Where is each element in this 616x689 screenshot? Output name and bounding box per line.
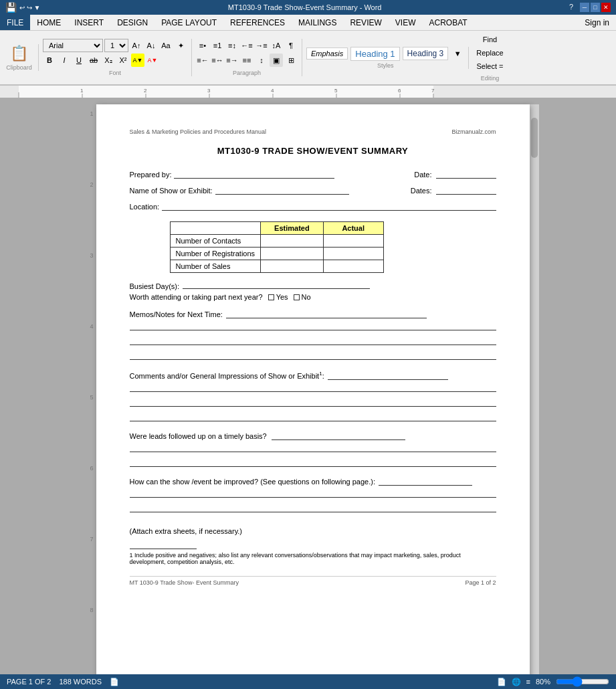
menu-design[interactable]: DESIGN (110, 15, 155, 30)
sort-button[interactable]: ↕A (270, 39, 283, 52)
comments-line-3[interactable] (130, 412, 496, 421)
multilevel-button[interactable]: ≡↕ (225, 39, 239, 52)
menu-file[interactable]: FILE (0, 15, 30, 30)
strikethrough-button[interactable]: ab (87, 54, 100, 67)
footnote-text: 1 Include positive and negatives; also l… (130, 552, 496, 565)
svg-text:3: 3 (207, 88, 211, 94)
shrink-font-button[interactable]: A↓ (144, 39, 158, 52)
find-button[interactable]: Find (473, 33, 506, 45)
style-emphasis[interactable]: Emphasis (306, 47, 348, 60)
scroll-thumb[interactable] (531, 118, 538, 158)
restore-button[interactable]: □ (591, 3, 600, 12)
close-button[interactable]: ✕ (601, 3, 611, 12)
improve-line-2[interactable] (130, 503, 496, 512)
style-heading1[interactable]: Heading 1 (350, 47, 399, 61)
memos-line-2[interactable] (130, 336, 496, 345)
shading-button[interactable]: ▣ (270, 54, 283, 67)
date-line[interactable] (436, 169, 496, 179)
font-label: Font (43, 70, 187, 76)
view-outline-icon[interactable]: ≡ (526, 678, 530, 686)
window-title: MT1030-9 Trade Show-Event Summary - Word (40, 3, 569, 11)
change-case-button[interactable]: Aa (159, 39, 173, 52)
leads-line-2[interactable] (130, 458, 496, 467)
sign-in[interactable]: Sign in (578, 15, 616, 30)
text-highlight-button[interactable]: A▼ (131, 54, 144, 67)
select-button[interactable]: Select = (473, 60, 506, 72)
menu-home[interactable]: HOME (30, 15, 68, 30)
comments-line-2[interactable] (130, 397, 496, 407)
footer-right: Page 1 of 2 (465, 579, 496, 586)
registrations-actual[interactable] (323, 248, 383, 260)
location-line[interactable] (162, 201, 496, 211)
improve-line-1[interactable] (130, 488, 496, 498)
borders-button[interactable]: ⊞ (284, 54, 298, 67)
sales-estimated[interactable] (261, 260, 324, 273)
bullets-button[interactable]: ≡• (196, 39, 209, 52)
prepared-by-label: Prepared by: (130, 171, 172, 179)
memos-line-1[interactable] (130, 321, 496, 330)
menu-references[interactable]: REFERENCES (223, 15, 292, 30)
font-color-button[interactable]: A▼ (146, 54, 159, 67)
menu-mailings[interactable]: MAILINGS (292, 15, 343, 30)
font-name-select[interactable]: Arial (43, 39, 103, 52)
vertical-scrollbar[interactable] (530, 104, 539, 680)
font-size-select[interactable]: 12 (104, 39, 128, 52)
clipboard-label: Clipboard (6, 64, 32, 71)
align-left-button[interactable]: ≡← (196, 54, 209, 67)
leads-line-1[interactable] (130, 443, 496, 452)
registrations-estimated[interactable] (261, 248, 324, 260)
menu-review[interactable]: REVIEW (343, 15, 388, 30)
comments-label: Comments and/or General Impressions of S… (130, 372, 320, 380)
minimize-button[interactable]: ─ (580, 3, 589, 12)
memos-line-3[interactable] (130, 351, 496, 360)
menu-insert[interactable]: INSERT (68, 15, 110, 30)
view-print-icon[interactable]: 📄 (497, 678, 506, 686)
title-bar: 💾 ↩ ↪ ▼ MT1030-9 Trade Show-Event Summar… (0, 0, 616, 15)
clear-format-button[interactable]: ✦ (174, 39, 187, 52)
grow-font-button[interactable]: A↑ (130, 39, 143, 52)
style-heading3[interactable]: Heading 3 (403, 47, 449, 60)
align-right-button[interactable]: ≡→ (225, 54, 239, 67)
show-marks-button[interactable]: ¶ (284, 39, 298, 52)
align-center-button[interactable]: ≡↔ (211, 54, 224, 67)
show-name-label: Name of Show or Exhibit: (130, 187, 213, 195)
contacts-estimated[interactable] (261, 235, 324, 248)
actual-header: Actual (323, 222, 383, 235)
status-right: 📄 🌐 ≡ 80% (497, 676, 609, 686)
zoom-slider[interactable] (556, 676, 609, 686)
svg-text:7: 7 (431, 88, 435, 94)
sales-label: Number of Sales (170, 260, 261, 273)
justify-button[interactable]: ≡≡ (240, 54, 253, 67)
menu-page-layout[interactable]: PAGE LAYOUT (155, 15, 223, 30)
no-checkbox[interactable] (294, 294, 300, 300)
line-spacing-button[interactable]: ↕ (255, 54, 268, 67)
paste-button[interactable]: 📋 (4, 44, 34, 63)
styles-more-button[interactable]: ▼ (451, 47, 464, 60)
date-label: Date: (414, 171, 431, 179)
replace-button[interactable]: Replace (473, 47, 506, 59)
subscript-button[interactable]: X₂ (102, 54, 115, 67)
superscript-button[interactable]: X² (116, 54, 130, 67)
menu-acrobat[interactable]: ACROBAT (422, 15, 474, 30)
menu-view[interactable]: VIEW (389, 15, 423, 30)
margin-3: 3 (78, 253, 94, 259)
numbering-button[interactable]: ≡1 (211, 39, 224, 52)
comments-line-1[interactable] (130, 383, 496, 392)
dates-line[interactable] (436, 185, 496, 195)
leads-label: Were leads followed up on a timely basis… (130, 432, 267, 440)
styles-group: Emphasis Heading 1 Heading 3 ▼ Styles (306, 47, 469, 69)
contacts-actual[interactable] (323, 235, 383, 248)
help-btn[interactable]: ? (569, 3, 573, 12)
underline-button[interactable]: U (72, 54, 86, 67)
prepared-by-line[interactable] (174, 169, 334, 179)
bold-button[interactable]: B (43, 54, 56, 67)
view-web-icon[interactable]: 🌐 (512, 678, 521, 686)
yes-checkbox[interactable] (268, 294, 274, 300)
increase-indent-button[interactable]: →≡ (255, 39, 268, 52)
decrease-indent-button[interactable]: ←≡ (240, 39, 253, 52)
sales-actual[interactable] (323, 260, 383, 273)
language-icon[interactable]: 📄 (110, 678, 119, 686)
document-page[interactable]: Sales & Marketing Policies and Procedure… (96, 104, 530, 680)
show-name-line[interactable] (215, 185, 349, 195)
italic-button[interactable]: I (58, 54, 71, 67)
